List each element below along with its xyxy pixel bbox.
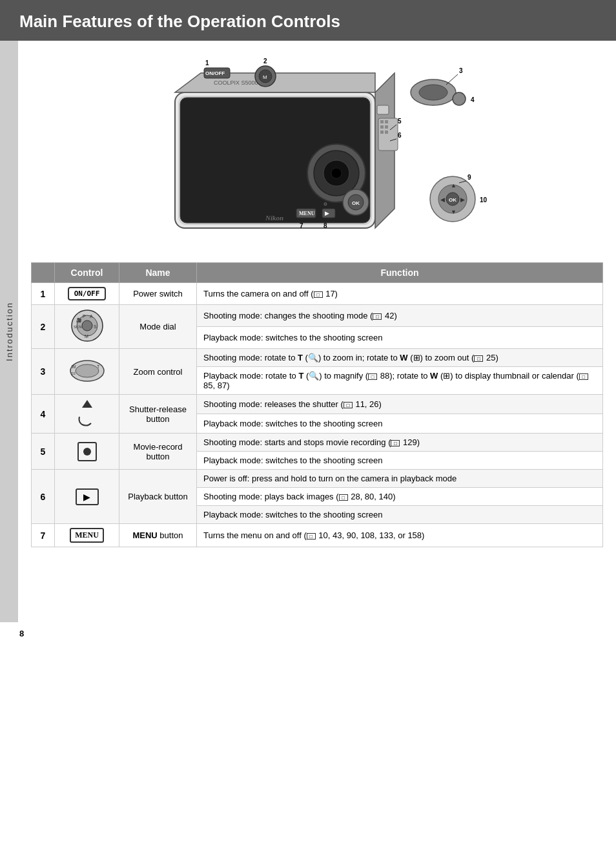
row-num: 2: [32, 305, 55, 349]
camera-svg: Nikon COOLPIX S5000 ON/OFF M 1 2: [136, 54, 498, 251]
svg-text:4: 4: [471, 96, 475, 103]
control-icon: W T ≡≡: [55, 349, 119, 395]
main-content: Nikon COOLPIX S5000 ON/OFF M 1 2: [18, 41, 616, 622]
control-icon: ON/OFF: [55, 283, 119, 305]
control-function: Playback mode: switches to the shooting …: [197, 327, 603, 349]
sidebar-label: Introduction: [0, 41, 18, 622]
svg-text:◀: ◀: [440, 196, 445, 203]
svg-text:Nikon: Nikon: [265, 214, 283, 222]
table-row: 6 ▶ Playback button Power is off: press …: [32, 470, 603, 488]
camera-diagram: Nikon COOLPIX S5000 ON/OFF M 1 2: [31, 41, 603, 257]
svg-rect-27: [377, 105, 389, 114]
table-row: 5 Movie-record button Shooting mode: sta…: [32, 434, 603, 452]
col-header-function: Function: [197, 263, 603, 283]
page-title: Main Features of the Operation Controls: [19, 12, 597, 32]
svg-text:S: S: [94, 324, 97, 329]
svg-rect-22: [385, 120, 388, 123]
control-name: Power switch: [119, 283, 197, 305]
svg-rect-21: [380, 120, 384, 123]
svg-text:M: M: [85, 334, 88, 339]
page-number: 8: [0, 622, 616, 645]
svg-text:3: 3: [459, 67, 463, 74]
svg-point-35: [331, 168, 342, 178]
mode-dial-icon: 🎥 P A SCN S M: [70, 309, 104, 342]
control-icon: [55, 395, 119, 434]
svg-point-59: [82, 320, 92, 331]
row-num: 3: [32, 349, 55, 395]
svg-rect-25: [380, 131, 384, 134]
svg-text:SCN: SCN: [74, 325, 82, 329]
record-dot: [83, 448, 91, 456]
sidebar-label-text: Introduction: [5, 302, 14, 361]
svg-text:OK: OK: [352, 200, 360, 206]
svg-text:10: 10: [480, 196, 488, 204]
row-num: 4: [32, 395, 55, 434]
svg-point-18: [453, 92, 466, 105]
control-function: Turns the camera on and off (□ 17): [197, 283, 603, 305]
svg-text:M: M: [263, 74, 267, 80]
svg-line-17: [446, 74, 458, 85]
control-function: Shooting mode: starts and stops movie re…: [197, 434, 603, 452]
control-name: Zoom control: [119, 349, 197, 395]
svg-text:5: 5: [398, 118, 402, 125]
zoom-icon: W T ≡≡: [69, 358, 105, 384]
control-name: Playback button: [119, 470, 197, 524]
svg-text:⊙: ⊙: [323, 202, 327, 206]
control-name: Mode dial: [119, 305, 197, 349]
svg-text:OK: OK: [449, 197, 457, 203]
svg-rect-23: [380, 125, 384, 129]
svg-text:2: 2: [263, 58, 267, 65]
svg-text:W: W: [72, 364, 76, 369]
onoff-icon: ON/OFF: [68, 287, 107, 300]
table-row: 4 Shutter-release button Shooting mode: …: [32, 395, 603, 414]
svg-text:9: 9: [467, 174, 471, 181]
control-function: Playback mode: switches to the shooting …: [197, 452, 603, 470]
svg-text:COOLPIX S5000: COOLPIX S5000: [214, 79, 258, 86]
page-header: Main Features of the Operation Controls: [0, 0, 616, 41]
control-icon: [55, 434, 119, 470]
control-name: MENU button: [119, 524, 197, 547]
control-function: Shooting mode: changes the shooting mode…: [197, 305, 603, 327]
control-icon: MENU: [55, 524, 119, 547]
table-row: 7 MENU MENU button Turns the menu on and…: [32, 524, 603, 547]
control-function: Power is off: press and hold to turn on …: [197, 470, 603, 488]
table-row: 2 🎥 P A SCN S M: [32, 305, 603, 327]
svg-text:ON/OFF: ON/OFF: [205, 70, 225, 76]
control-function: Shooting mode: rotate to T (🔍) to zoom i…: [197, 349, 603, 367]
control-function: Playback mode: switches to the shooting …: [197, 506, 603, 524]
control-function: Playback mode: rotate to T (🔍) to magnif…: [197, 367, 603, 395]
svg-point-67: [76, 364, 99, 377]
row-num: 1: [32, 283, 55, 305]
svg-text:8: 8: [323, 222, 327, 229]
svg-text:≡≡: ≡≡: [71, 372, 76, 375]
svg-text:▶: ▶: [325, 210, 329, 216]
svg-text:▲: ▲: [451, 182, 457, 189]
col-header-control: Control: [55, 263, 119, 283]
col-header-name: Name: [119, 263, 197, 283]
table-row: 3 W T ≡≡ Zoom control Shooting mode: rot…: [32, 349, 603, 367]
svg-text:▶: ▶: [460, 196, 465, 203]
svg-text:P: P: [83, 314, 86, 319]
record-icon: [77, 442, 97, 461]
svg-marker-71: [82, 400, 92, 408]
row-num: 6: [32, 470, 55, 524]
control-function: Shooting mode: releases the shutter (□ 1…: [197, 395, 603, 414]
table-row: 1 ON/OFF Power switch Turns the camera o…: [32, 283, 603, 305]
svg-text:MENU: MENU: [299, 211, 315, 216]
shutter-icon: [74, 399, 100, 427]
svg-text:1: 1: [205, 59, 209, 67]
svg-text:🎥: 🎥: [76, 317, 82, 323]
control-icon: 🎥 P A SCN S M: [55, 305, 119, 349]
svg-text:7: 7: [300, 222, 303, 229]
svg-text:A: A: [90, 314, 93, 319]
svg-text:6: 6: [398, 132, 402, 139]
svg-text:T: T: [97, 364, 100, 369]
playback-icon: ▶: [76, 488, 99, 505]
row-num: 5: [32, 434, 55, 470]
svg-text:▼: ▼: [451, 209, 457, 215]
controls-table: Control Name Function 1 ON/OFF Power swi…: [31, 262, 603, 547]
svg-rect-26: [385, 131, 388, 134]
control-function: Shooting mode: plays back images (□ 28, …: [197, 488, 603, 506]
control-name: Movie-record button: [119, 434, 197, 470]
svg-rect-24: [385, 125, 388, 129]
